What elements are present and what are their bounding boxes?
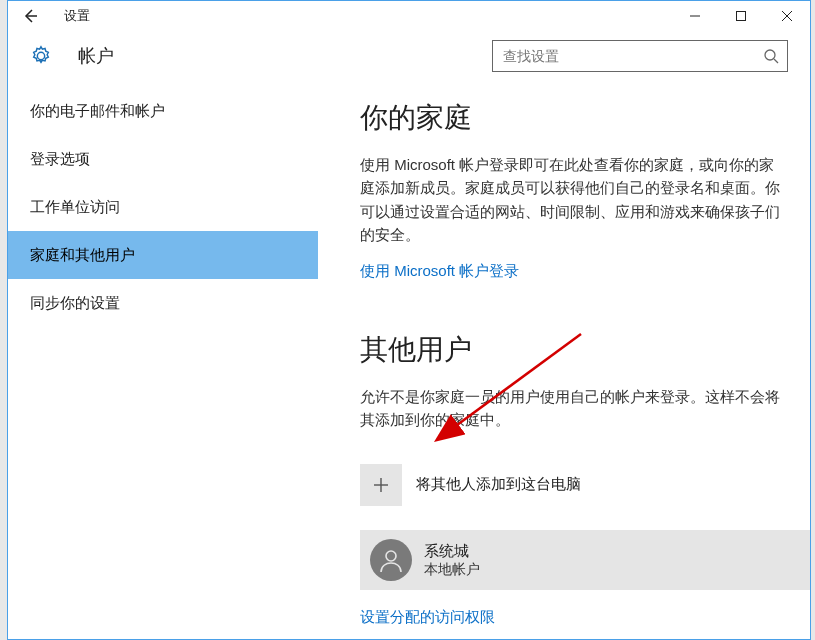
- family-description: 使用 Microsoft 帐户登录即可在此处查看你的家庭，或向你的家庭添加新成员…: [360, 153, 784, 246]
- search-icon: [763, 48, 779, 64]
- sidebar-item-work-access[interactable]: 工作单位访问: [8, 183, 318, 231]
- body: 你的电子邮件和帐户 登录选项 工作单位访问 家庭和其他用户 同步你的设置 你的家…: [8, 81, 810, 639]
- close-icon: [781, 10, 793, 22]
- minimize-button[interactable]: [672, 1, 718, 31]
- avatar-icon: [370, 539, 412, 581]
- svg-point-5: [765, 50, 775, 60]
- search-box[interactable]: [492, 40, 788, 72]
- sidebar-item-label: 登录选项: [30, 150, 90, 169]
- sidebar-item-email-accounts[interactable]: 你的电子邮件和帐户: [8, 87, 318, 135]
- titlebar: 设置: [8, 1, 810, 31]
- sidebar-item-label: 你的电子邮件和帐户: [30, 102, 165, 121]
- add-other-user[interactable]: 将其他人添加到这台电脑: [360, 462, 784, 508]
- user-name: 系统城: [424, 541, 480, 561]
- others-heading: 其他用户: [360, 331, 784, 369]
- svg-rect-2: [737, 12, 746, 21]
- sidebar-item-sync-settings[interactable]: 同步你的设置: [8, 279, 318, 327]
- settings-window: 设置 帐户: [7, 0, 811, 640]
- close-button[interactable]: [764, 1, 810, 31]
- gear-icon: [30, 45, 52, 67]
- svg-point-9: [386, 551, 396, 561]
- content: 你的家庭 使用 Microsoft 帐户登录即可在此处查看你的家庭，或向你的家庭…: [318, 81, 810, 639]
- back-button[interactable]: [16, 2, 44, 30]
- maximize-button[interactable]: [718, 1, 764, 31]
- other-user-entry[interactable]: 系统城 本地帐户: [360, 530, 810, 590]
- window-title: 设置: [64, 7, 90, 25]
- ms-signin-link[interactable]: 使用 Microsoft 帐户登录: [360, 262, 519, 281]
- add-other-user-label: 将其他人添加到这台电脑: [416, 475, 581, 494]
- search-input[interactable]: [503, 48, 763, 64]
- sidebar-item-signin-options[interactable]: 登录选项: [8, 135, 318, 183]
- page-title: 帐户: [78, 44, 114, 68]
- window-controls: [672, 1, 810, 31]
- sidebar: 你的电子邮件和帐户 登录选项 工作单位访问 家庭和其他用户 同步你的设置: [8, 81, 318, 639]
- plus-icon: [360, 464, 402, 506]
- minimize-icon: [689, 10, 701, 22]
- family-heading: 你的家庭: [360, 99, 784, 137]
- sidebar-item-label: 同步你的设置: [30, 294, 120, 313]
- header: 帐户: [8, 31, 810, 81]
- sidebar-item-label: 家庭和其他用户: [30, 246, 135, 265]
- assigned-access-link[interactable]: 设置分配的访问权限: [360, 608, 495, 627]
- sidebar-item-family-other-users[interactable]: 家庭和其他用户: [8, 231, 318, 279]
- maximize-icon: [735, 10, 747, 22]
- user-texts: 系统城 本地帐户: [424, 541, 480, 579]
- user-subtitle: 本地帐户: [424, 560, 480, 578]
- svg-line-6: [774, 59, 778, 63]
- others-description: 允许不是你家庭一员的用户使用自己的帐户来登录。这样不会将其添加到你的家庭中。: [360, 385, 784, 432]
- back-arrow-icon: [21, 7, 39, 25]
- sidebar-item-label: 工作单位访问: [30, 198, 120, 217]
